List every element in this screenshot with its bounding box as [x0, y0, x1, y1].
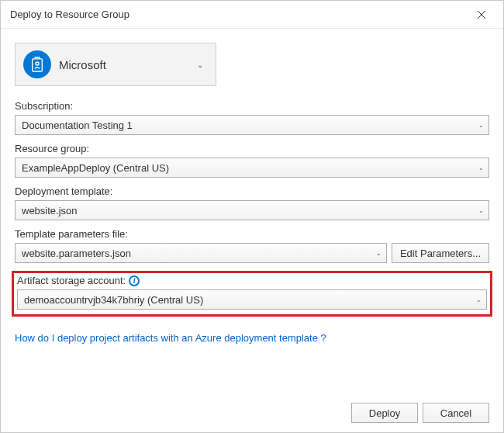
chevron-down-icon: ⌄	[478, 207, 484, 214]
chevron-down-icon: ⌄	[376, 250, 381, 257]
resource-group-field: Resource group: ExampleAppDeploy (Centra…	[15, 143, 489, 178]
svg-point-1	[36, 62, 39, 65]
template-params-value: website.parameters.json	[22, 248, 131, 259]
close-icon	[477, 10, 486, 19]
chevron-down-icon: ⌄	[192, 61, 208, 69]
edit-parameters-button[interactable]: Edit Parameters...	[392, 243, 489, 263]
help-link[interactable]: How do I deploy project artifacts with a…	[15, 332, 326, 344]
deployment-template-field: Deployment template: website.json ⌄	[15, 185, 489, 220]
template-params-label: Template parameters file:	[15, 228, 489, 240]
deploy-button[interactable]: Deploy	[351, 403, 418, 423]
artifact-storage-field: Artifact storage account: i demoaccountr…	[17, 275, 487, 310]
resource-group-value: ExampleAppDeploy (Central US)	[22, 162, 169, 174]
artifact-storage-value: demoaccountrvjb34k7bhriy (Central US)	[24, 294, 203, 306]
artifact-storage-label: Artifact storage account: i	[17, 275, 487, 286]
template-params-dropdown[interactable]: website.parameters.json ⌄	[15, 243, 387, 263]
artifact-storage-dropdown[interactable]: demoaccountrvjb34k7bhriy (Central US) ⌄	[17, 289, 487, 310]
account-badge-icon	[23, 50, 51, 78]
account-name: Microsoft	[59, 58, 192, 71]
info-icon[interactable]: i	[129, 275, 140, 286]
subscription-field: Subscription: Documentation Testing 1 ⌄	[15, 100, 489, 135]
chevron-down-icon: ⌄	[476, 296, 482, 303]
chevron-down-icon: ⌄	[478, 122, 484, 129]
chevron-down-icon: ⌄	[478, 165, 484, 171]
template-params-field: Template parameters file: website.parame…	[15, 228, 489, 263]
dialog-footer: Deploy Cancel	[351, 403, 489, 423]
artifact-storage-highlight: Artifact storage account: i demoaccountr…	[12, 271, 492, 317]
resource-group-label: Resource group:	[15, 143, 489, 154]
titlebar: Deploy to Resource Group	[1, 1, 503, 29]
subscription-label: Subscription:	[15, 100, 489, 112]
subscription-dropdown[interactable]: Documentation Testing 1 ⌄	[15, 115, 489, 135]
account-selector[interactable]: Microsoft ⌄	[15, 43, 216, 86]
deployment-template-dropdown[interactable]: website.json ⌄	[15, 200, 489, 220]
close-button[interactable]	[466, 3, 497, 26]
deployment-template-value: website.json	[22, 205, 78, 216]
cancel-button[interactable]: Cancel	[423, 403, 489, 423]
content-area: Microsoft ⌄ Subscription: Documentation …	[1, 29, 503, 344]
window-title: Deploy to Resource Group	[10, 9, 129, 20]
subscription-value: Documentation Testing 1	[22, 120, 133, 131]
deployment-template-label: Deployment template:	[15, 185, 489, 197]
resource-group-dropdown[interactable]: ExampleAppDeploy (Central US) ⌄	[15, 158, 489, 178]
